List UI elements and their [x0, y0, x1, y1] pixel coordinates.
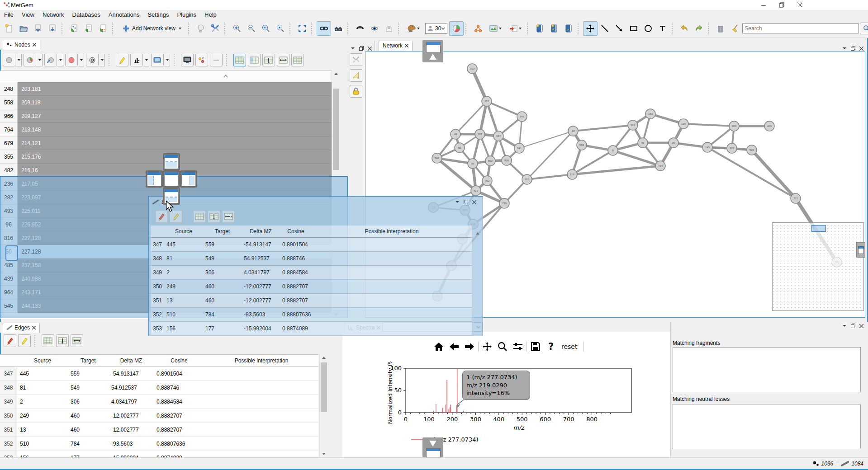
close-icon[interactable]	[859, 324, 863, 328]
collapse-button[interactable]	[210, 54, 223, 66]
table-row[interactable]: 352510784-93.56030.88807636	[0, 437, 318, 451]
zoom-out-button[interactable]	[244, 21, 259, 36]
node-color-button[interactable]	[3, 54, 22, 66]
delete-annotations-button[interactable]	[713, 21, 728, 36]
highlight-edges-yellow-button[interactable]	[18, 334, 31, 347]
save-project-button[interactable]	[31, 21, 45, 36]
dock-target-center[interactable]	[163, 170, 180, 188]
collapsed-panel-handle[interactable]	[856, 242, 865, 258]
matching-fragments-box[interactable]	[673, 347, 861, 392]
plot-back-button[interactable]	[447, 340, 461, 353]
table-row[interactable]: 347445559-54.9131470.8901504	[151, 238, 472, 252]
color-nodes-button[interactable]	[403, 21, 423, 36]
plot-save-button[interactable]	[529, 340, 542, 353]
edges-table-scrollbar[interactable]	[319, 354, 328, 457]
table-fit-rows-button[interactable]	[262, 54, 275, 66]
float-window-icon[interactable]	[359, 46, 364, 51]
close-icon[interactable]	[405, 44, 408, 47]
matching-neutral-losses-box[interactable]	[673, 404, 861, 449]
table-row[interactable]: 353156177-15.9920040.8874089	[151, 322, 472, 336]
table-compact-button[interactable]	[291, 54, 304, 66]
open-project-button[interactable]	[16, 21, 31, 36]
ghost-mode-button[interactable]	[382, 21, 396, 36]
screenshot-button[interactable]	[194, 21, 208, 36]
dock-menu-icon[interactable]	[351, 47, 355, 50]
node-pie-color-button[interactable]	[24, 54, 43, 66]
table-view-button[interactable]	[233, 54, 246, 66]
table-row[interactable]: 353156177-15.9920040.8874089	[0, 451, 318, 458]
menu-file[interactable]: File	[0, 10, 18, 19]
col-delta-mz[interactable]: Delta MZ	[242, 228, 280, 235]
edges-table-header[interactable]: Source Target Delta MZ Cosine Possible i…	[0, 355, 318, 367]
node-ring-button[interactable]	[86, 54, 105, 66]
undo-button[interactable]	[677, 21, 692, 36]
table-row[interactable]: 764213,148	[0, 123, 332, 136]
menu-plugins[interactable]: Plugins	[173, 10, 200, 19]
menu-view[interactable]: View	[18, 10, 38, 19]
lock-view-button[interactable]	[350, 85, 362, 98]
close-icon[interactable]	[859, 47, 863, 51]
table-row[interactable]: 35113460-12.0027770.8882707	[0, 423, 318, 437]
show-items-button[interactable]	[367, 21, 382, 36]
export-image-button[interactable]	[485, 21, 505, 36]
col-cosine[interactable]: Cosine	[280, 228, 312, 235]
export-metadata-button[interactable]	[505, 21, 525, 36]
hide-items-button[interactable]	[353, 21, 367, 36]
float-window-icon[interactable]	[851, 324, 855, 328]
tab-nodes[interactable]: Nodes	[3, 40, 40, 50]
node-label-count-combobox[interactable]: 30	[425, 23, 447, 34]
col-cosine[interactable]: Cosine	[154, 357, 204, 364]
restore-button[interactable]	[773, 0, 791, 10]
search-input[interactable]	[742, 24, 859, 33]
clear-annotations-button[interactable]	[728, 21, 742, 36]
node-display-button[interactable]	[151, 54, 170, 66]
close-icon[interactable]	[472, 200, 476, 204]
plot-subplots-button[interactable]	[511, 340, 525, 353]
plot-help-button[interactable]: ?	[544, 340, 558, 353]
menu-annotations[interactable]: Annotations	[104, 10, 144, 19]
preferences-button[interactable]	[208, 21, 223, 36]
col-delta-mz[interactable]: Delta MZ	[109, 357, 154, 364]
table-row[interactable]: 3488154954.9125370.888746	[0, 381, 318, 395]
dock-menu-icon[interactable]	[842, 324, 847, 327]
floating-edges-window[interactable]: Edges Source Target Delta MZ Cosine Poss…	[148, 196, 483, 336]
edges-table[interactable]: Source Target Delta MZ Cosine Possible i…	[0, 354, 318, 458]
col-interpretation[interactable]: Possible interpretation	[204, 357, 318, 364]
annotate-arrow-button[interactable]	[612, 21, 626, 36]
table-fit-rows-button[interactable]	[208, 210, 220, 223]
redo-button[interactable]	[692, 21, 706, 36]
tab-edges[interactable]: Edges	[3, 323, 40, 333]
view-databases-button[interactable]	[532, 21, 547, 36]
annotate-rect-button[interactable]	[626, 21, 641, 36]
add-network-view-button[interactable]: Add Network view	[118, 21, 186, 36]
plot-forward-button[interactable]	[463, 340, 476, 353]
close-icon[interactable]	[32, 326, 36, 329]
minimap-viewport[interactable]	[811, 225, 826, 232]
node-chart-button[interactable]	[130, 54, 149, 66]
annotate-text-button[interactable]	[655, 21, 670, 36]
menu-databases[interactable]: Databases	[68, 10, 104, 19]
table-fit-columns-button[interactable]	[222, 210, 235, 223]
float-window-icon[interactable]	[464, 200, 468, 204]
col-source[interactable]: Source	[164, 228, 203, 235]
annotate-move-button[interactable]	[583, 21, 598, 36]
annotate-line-button[interactable]	[598, 21, 612, 36]
table-row[interactable]: 679214,121	[0, 136, 332, 150]
download-databases-button[interactable]	[547, 21, 561, 36]
scatter-view-button[interactable]	[195, 54, 208, 66]
table-view-button[interactable]	[193, 210, 206, 223]
save-as-button[interactable]	[45, 21, 60, 36]
dock-target-right[interactable]	[180, 170, 197, 188]
plot-pan-button[interactable]	[480, 340, 494, 353]
dock-menu-icon[interactable]	[842, 47, 847, 50]
table-row[interactable]: 35113460-12.0027770.8882707	[151, 294, 472, 308]
pie-charts-button[interactable]	[449, 21, 464, 36]
close-icon[interactable]	[368, 47, 372, 51]
table-row[interactable]: 352510784-93.56030.88807636	[151, 308, 472, 322]
plot-zoom-button[interactable]	[496, 340, 509, 353]
table-row[interactable]: 248203,181	[0, 82, 332, 96]
plot-reset-button[interactable]: reset	[561, 343, 577, 350]
annotate-ellipse-button[interactable]	[641, 21, 655, 36]
export-as-cytoscape-button[interactable]	[471, 21, 485, 36]
show-neighbors-button[interactable]	[331, 21, 346, 36]
